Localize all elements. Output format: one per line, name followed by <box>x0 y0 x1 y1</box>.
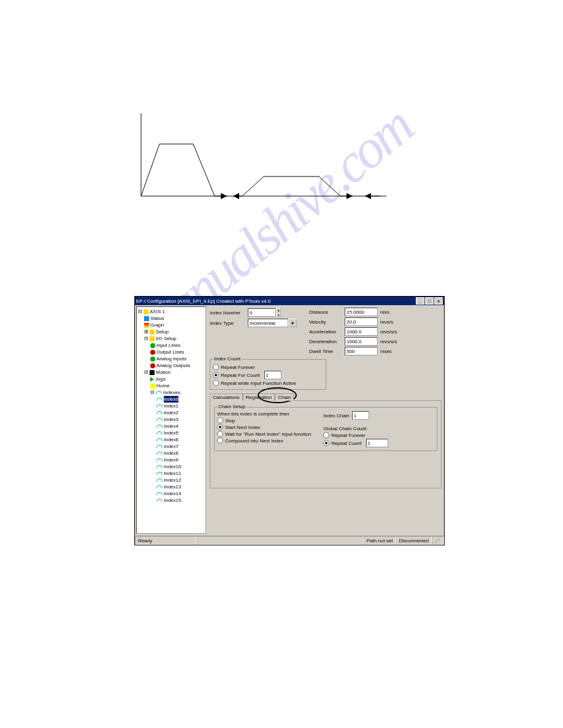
tree-index-item[interactable]: Index1 <box>164 403 178 409</box>
indextype-select[interactable]: Incremental▾ <box>248 319 297 327</box>
chain-setup-title: Chain Setup <box>217 404 247 409</box>
status-bar: Ready Path not set Disconnected ⋰ <box>135 536 444 545</box>
arc-icon <box>156 452 163 455</box>
tree-index-item[interactable]: Index0 <box>164 396 178 403</box>
tree-motion[interactable]: Motion <box>156 369 170 376</box>
tree-index-item[interactable]: Index7 <box>164 443 178 450</box>
tree-index-item[interactable]: Index12 <box>164 477 181 483</box>
accel-unit: revs/s/s <box>380 329 397 335</box>
decel-input[interactable]: 1000.0 <box>345 337 378 346</box>
repeat-count-input[interactable]: 1 <box>264 371 282 379</box>
dwell-unit: msec <box>380 349 392 354</box>
folder-icon <box>144 309 148 314</box>
arc-icon <box>156 465 163 468</box>
chain-panel: Chain Setup When this index is complete … <box>210 400 442 488</box>
indexnum-spinner[interactable]: ▴▾ <box>276 308 281 317</box>
folder-icon <box>150 336 155 341</box>
gcc-forever-radio[interactable]: Repeat Forever <box>323 432 388 438</box>
tree-home[interactable]: Home <box>156 382 169 389</box>
chain-stop-radio[interactable]: Stop <box>217 417 311 423</box>
repeat-input-radio[interactable]: Repeat while Input Function Active <box>213 380 323 386</box>
status-conn: Disconnected <box>396 536 432 545</box>
arc-icon <box>156 458 163 461</box>
arc-icon <box>156 499 163 502</box>
tab-chain[interactable]: Chain <box>275 393 294 401</box>
arc-icon <box>156 472 163 475</box>
tree-index-item[interactable]: Index11 <box>164 470 181 477</box>
green-icon <box>150 357 155 362</box>
close-button[interactable]: × <box>434 297 443 305</box>
tree-root[interactable]: AXIS 1 <box>150 308 165 315</box>
indexnum-label: Index Number <box>210 310 248 316</box>
velocity-label: Velocity <box>309 319 345 325</box>
tab-registration[interactable]: Registration <box>243 393 275 401</box>
arrow-icon <box>150 377 154 382</box>
tree-index-item[interactable]: Index9 <box>164 457 178 463</box>
tree-graph[interactable]: Graph <box>150 322 164 328</box>
arc-icon <box>156 485 163 488</box>
tree-index-item[interactable]: Index2 <box>164 409 178 416</box>
tree-index-item[interactable]: Index3 <box>164 416 178 423</box>
gcc-count-radio[interactable]: Repeat Count1 <box>323 439 388 447</box>
tree-index-item[interactable]: Index6 <box>164 436 178 443</box>
folder-icon <box>150 330 155 335</box>
config-window: EP-I Configuration [AXIS_EPI_4.Ep] Creat… <box>134 296 445 545</box>
main-panel: Index Number0▴▾ Index TypeIncremental▾ D… <box>207 305 444 535</box>
tree-analogoutputs[interactable]: Analog Outputs <box>156 362 190 369</box>
arc-icon <box>156 418 163 421</box>
chain-compound-radio[interactable]: Compound into Next Index <box>217 438 311 444</box>
tree-iosetup[interactable]: I/O Setup <box>156 335 177 342</box>
repeat-count-radio[interactable]: Repeat For Count1 <box>213 371 323 379</box>
arc-icon <box>156 425 163 428</box>
chain-setup-group: Chain Setup When this index is complete … <box>214 407 437 451</box>
maximize-button[interactable]: □ <box>425 297 434 305</box>
tree-status[interactable]: Status <box>150 315 164 322</box>
tree-index-item[interactable]: Index15 <box>164 497 181 504</box>
dwell-input[interactable]: 500 <box>345 347 378 355</box>
minimize-button[interactable]: _ <box>416 297 424 305</box>
repeat-forever-radio[interactable]: Repeat Forever <box>213 364 323 370</box>
tree-setup[interactable]: Setup <box>156 328 169 335</box>
tree-index-item[interactable]: Index10 <box>164 463 181 470</box>
tree-jogs[interactable]: Jogs <box>155 376 166 382</box>
indexchain-label: Index Chain <box>323 413 350 419</box>
tree-index-item[interactable]: Index4 <box>164 423 178 430</box>
graph-icon <box>144 323 149 328</box>
indexcount-group: Index Count Repeat Forever Repeat For Co… <box>210 359 326 390</box>
velocity-unit: revs/s <box>380 319 393 325</box>
arc-icon <box>156 431 163 434</box>
distance-input[interactable]: 15.0000 <box>345 308 378 316</box>
arc-icon <box>156 398 163 401</box>
home-icon <box>150 384 155 389</box>
navigation-tree[interactable]: ⊟AXIS 1 Status Graph ⊞Setup ⊟I/O Setup I… <box>136 306 206 534</box>
accel-label: Acceleration <box>309 329 345 335</box>
arc-icon <box>156 411 163 414</box>
gcc-count-input[interactable]: 1 <box>366 439 388 447</box>
indextype-label: Index Type <box>210 320 248 326</box>
tab-calculations[interactable]: Calculations <box>210 393 243 401</box>
arc-icon <box>156 391 162 394</box>
indexnum-input[interactable]: 0 <box>248 308 276 317</box>
tree-outputlines[interactable]: Output Lines <box>156 349 184 355</box>
tree-inputlines[interactable]: Input Lines <box>156 342 180 349</box>
tree-index-item[interactable]: Index8 <box>164 450 178 457</box>
status-path: Path not set <box>364 536 396 545</box>
window-title: EP-I Configuration [AXIS_EPI_4.Ep] Creat… <box>136 298 415 304</box>
arc-icon <box>156 445 163 448</box>
chain-start-radio[interactable]: Start Next Index <box>217 424 311 430</box>
indexchain-input[interactable]: 1 <box>352 411 369 420</box>
tree-index-item[interactable]: Index13 <box>164 483 181 490</box>
titlebar[interactable]: EP-I Configuration [AXIS_EPI_4.Ep] Creat… <box>135 297 444 305</box>
chain-wait-radio[interactable]: Wait for "Run Next Index" input function <box>217 431 311 437</box>
decel-label: Deceleration <box>309 339 345 344</box>
tree-index-item[interactable]: Index14 <box>164 490 181 497</box>
tree-analoginputs[interactable]: Analog Inputs <box>156 355 186 362</box>
green-icon <box>150 343 155 348</box>
tree-indexes[interactable]: Indexes <box>163 389 180 396</box>
status-ready: Ready <box>135 536 196 545</box>
gcc-label: Global Chain Count: <box>323 426 388 431</box>
accel-input[interactable]: 1000.0 <box>345 327 378 336</box>
velocity-input[interactable]: 20.0 <box>345 317 378 326</box>
arc-icon <box>156 479 163 482</box>
tree-index-item[interactable]: Index5 <box>164 430 178 436</box>
